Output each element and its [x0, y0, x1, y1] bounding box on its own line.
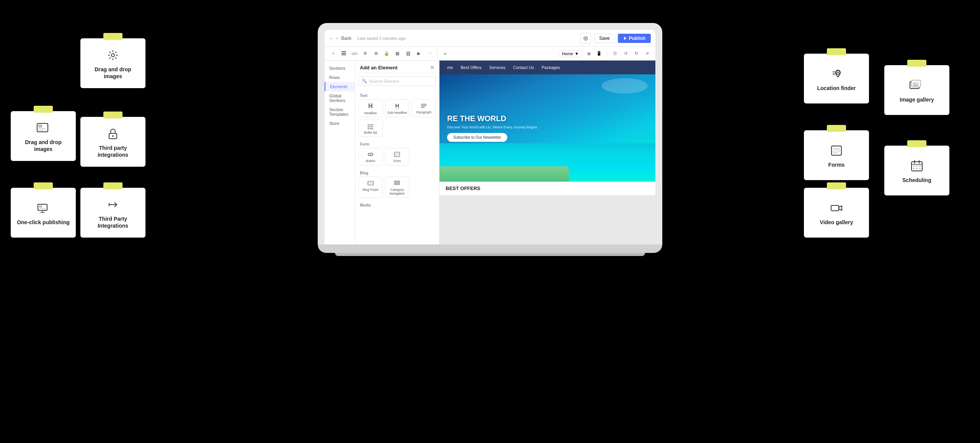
headline-label: Headline	[364, 111, 377, 115]
sidebar-item-sections[interactable]: Sections	[325, 64, 355, 73]
svg-rect-61	[368, 181, 373, 185]
nav-item-contact[interactable]: Contact Us	[513, 65, 534, 70]
headline-icon: H	[368, 103, 373, 110]
sidebar-item-templates[interactable]: Section Templates	[325, 105, 355, 119]
images-icon	[909, 79, 924, 92]
element-button[interactable]: Button	[358, 148, 383, 165]
one-click-label: One-click publishing	[17, 219, 70, 226]
card-scheduling: Scheduling	[884, 146, 949, 195]
layout-icon-btn[interactable]: ▦	[393, 49, 402, 58]
desktop-icon-btn[interactable]: 🖥	[584, 49, 593, 58]
nav-item-packages[interactable]: Packages	[542, 65, 560, 70]
section-blog-label: Blog	[358, 169, 436, 177]
password-label: Third party integrations	[87, 144, 139, 158]
search-placeholder: Search Element	[369, 79, 399, 84]
element-headline[interactable]: H Headline	[358, 99, 383, 117]
publish-label: Publish	[629, 36, 645, 41]
code-icon-btn[interactable]: </>	[350, 49, 359, 58]
back-button[interactable]: ← ← Back	[329, 36, 351, 41]
lock-icon-btn[interactable]: 🔒	[382, 49, 391, 58]
image-gallery-label: Image gallery	[900, 96, 934, 103]
toolbar-sep-2	[607, 50, 607, 57]
blog-posts-icon	[368, 180, 374, 186]
card-one-click: One-click publishing	[11, 188, 76, 238]
nav-item-services[interactable]: Services	[489, 65, 505, 70]
location-label: Location finder	[817, 85, 856, 92]
svg-rect-34	[913, 166, 915, 167]
editor-ui: ← ← Back Last saved 2 minutes ago Save	[325, 30, 655, 244]
panel-title: Add an Element	[360, 65, 397, 71]
redo-icon-btn[interactable]: ↻	[632, 49, 641, 58]
panel-close-button[interactable]: ✕	[430, 64, 434, 71]
hero-title: RE THE WORLD	[447, 114, 648, 123]
svg-point-29	[914, 83, 915, 85]
paragraph-label: Paragraph	[416, 110, 431, 114]
third-party-2-label: Third Party Integrations	[87, 215, 139, 229]
publish-button[interactable]: Publish	[618, 34, 651, 43]
element-paragraph[interactable]: Paragraph	[412, 99, 436, 117]
drag-drop-icon	[36, 121, 50, 135]
element-panel: Add an Element ✕ 🔍 Search Element Text	[355, 61, 439, 244]
form-label: Form	[394, 159, 401, 163]
sidebar-item-rows[interactable]: Rows	[325, 73, 355, 82]
share-icon-btn[interactable]: ⇗	[642, 49, 652, 58]
undo-icon-btn[interactable]: ↺	[621, 49, 630, 58]
nav-item-best-offers[interactable]: Best Offers	[461, 65, 482, 70]
svg-rect-44	[341, 54, 346, 55]
media-icon-btn[interactable]: ▶	[414, 49, 423, 58]
settings-icon-btn[interactable]: ⚙	[361, 49, 370, 58]
save-button[interactable]: Save	[594, 34, 614, 43]
image-icon-btn[interactable]: 🖼	[403, 49, 413, 58]
svg-rect-23	[833, 150, 840, 152]
add-icon-btn[interactable]: ＋	[328, 49, 338, 58]
toolbar-separator	[437, 50, 438, 57]
element-blog-posts[interactable]: Blog Posts	[358, 177, 383, 198]
svg-rect-36	[919, 166, 921, 167]
svg-marker-42	[624, 37, 627, 40]
blog-elements-grid: Blog Posts	[358, 177, 436, 198]
topbar: ← ← Back Last saved 2 minutes ago Save	[325, 30, 655, 47]
columns-icon-btn[interactable]: ≡	[441, 49, 450, 58]
sidebar-item-global[interactable]: Global Sections	[325, 91, 355, 105]
history-icon-btn[interactable]: ⏱	[610, 49, 619, 58]
scheduling-label: Scheduling	[902, 177, 931, 184]
hero-cta[interactable]: Subscribe to Our Newsletter	[447, 133, 507, 142]
text-elements-grid: H Headline H Sub-Headline	[358, 99, 436, 137]
button-icon	[368, 151, 374, 158]
laptop: ← ← Back Last saved 2 minutes ago Save	[318, 23, 662, 256]
element-category-nav[interactable]: Category Navigation	[385, 177, 410, 198]
preview-icon-btn[interactable]	[580, 33, 591, 44]
element-form[interactable]: Form	[385, 148, 410, 165]
card-third-party-1: Drag and drop images	[80, 38, 145, 88]
sub-headline-icon: H	[395, 103, 399, 109]
svg-rect-25	[831, 205, 839, 211]
grid-icon-btn[interactable]: ⊞	[371, 49, 381, 58]
main-content: Sections Rows Elements Global Sections	[325, 61, 655, 244]
hero-subtitle: Discover Your World with Us, Where Every…	[447, 125, 648, 129]
svg-point-53	[368, 128, 369, 130]
home-dropdown[interactable]: Home ▼	[559, 50, 582, 57]
topbar-left: ← ← Back Last saved 2 minutes ago	[329, 36, 577, 41]
forms-icon	[830, 144, 843, 158]
chevron-down-icon: ▼	[575, 51, 579, 56]
location-icon	[830, 67, 843, 81]
svg-rect-1	[38, 125, 42, 128]
section-media-label: Media	[358, 201, 436, 209]
svg-point-41	[585, 38, 586, 39]
layers-icon-btn[interactable]	[339, 49, 348, 58]
svg-point-49	[368, 125, 369, 126]
section-title-best-offers: BEST OFFERS	[439, 182, 655, 195]
nav-item-home[interactable]: me	[447, 65, 453, 70]
mobile-icon-btn[interactable]: 📱	[595, 49, 604, 58]
sidebar-item-elements[interactable]: Elements	[325, 82, 355, 91]
panel-search[interactable]: 🔍 Search Element	[358, 76, 436, 86]
element-sub-headline[interactable]: H Sub-Headline	[385, 99, 410, 117]
more-icon-btn[interactable]: ⋯	[425, 49, 434, 58]
scene: Drag and drop images One-click publishin…	[0, 0, 980, 443]
sidebar-item-store[interactable]: Store	[325, 119, 355, 128]
svg-point-17	[837, 72, 839, 73]
element-bullet-list[interactable]: Bullet list	[358, 120, 383, 137]
form-icon	[394, 151, 400, 158]
svg-rect-35	[916, 166, 918, 167]
svg-point-12	[112, 135, 114, 137]
